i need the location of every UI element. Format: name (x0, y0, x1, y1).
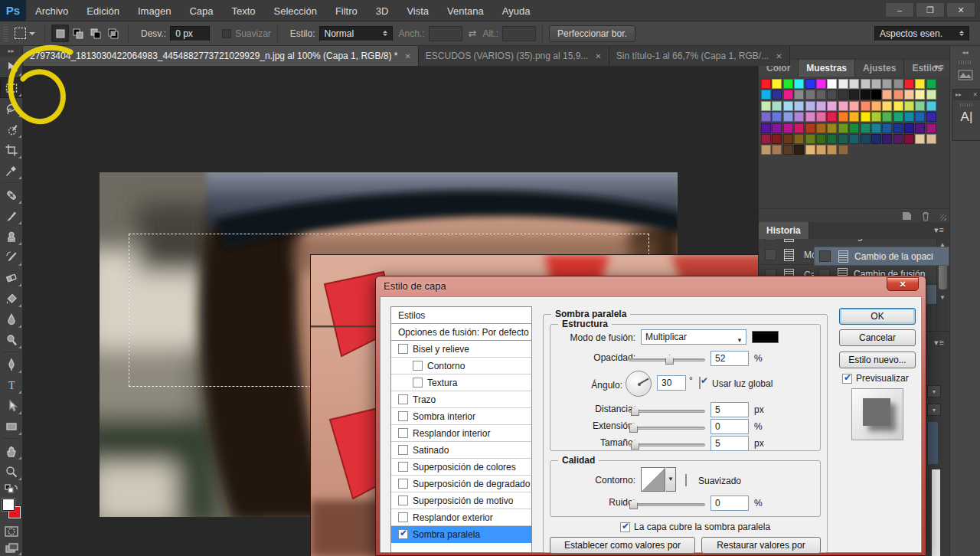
color-swatch[interactable] (882, 134, 892, 144)
close-tab-icon[interactable]: ✕ (595, 52, 601, 61)
style-row-sombra-interior[interactable]: Sombra interior (391, 408, 531, 425)
checkbox[interactable] (413, 378, 423, 388)
character-panel-icon[interactable]: A| (953, 110, 980, 125)
knockout-checkbox[interactable] (620, 522, 630, 532)
quick-selection-tool[interactable] (0, 119, 23, 139)
color-swatch[interactable] (827, 145, 837, 155)
color-swatch[interactable] (805, 112, 815, 122)
close-tab-icon[interactable]: ✕ (404, 52, 410, 61)
color-swatch[interactable] (861, 134, 871, 144)
color-swatch[interactable] (783, 79, 793, 89)
color-swatch[interactable] (816, 123, 826, 133)
color-swatch[interactable] (772, 90, 782, 100)
shape-tool[interactable] (0, 416, 23, 437)
panel-menu-icon[interactable]: ▾≡ (934, 62, 945, 72)
color-swatch[interactable] (904, 101, 914, 111)
color-swatch[interactable] (761, 90, 771, 100)
clone-stamp-tool[interactable] (0, 226, 23, 247)
reset-default-button[interactable]: Restaurar valores por defecto (701, 537, 821, 554)
color-swatch[interactable] (926, 79, 936, 89)
antialias-checkbox[interactable] (685, 474, 687, 486)
color-swatch[interactable] (861, 123, 871, 133)
tab-historia[interactable]: Historia (759, 222, 809, 239)
color-swatch[interactable] (871, 101, 881, 111)
color-swatch[interactable] (915, 101, 925, 111)
color-swatch[interactable] (805, 90, 815, 100)
selection-mode-subtract-button[interactable] (87, 25, 104, 42)
color-swatch[interactable] (805, 145, 815, 155)
dialog-title-bar[interactable]: Estilo de capa ✕ (380, 276, 922, 296)
minimize-icon[interactable]: – (885, 2, 914, 18)
color-swatch[interactable] (761, 134, 771, 144)
color-swatch[interactable] (893, 112, 903, 122)
tab-ajustes[interactable]: Ajustes (855, 60, 904, 77)
global-light-checkbox[interactable] (699, 377, 701, 389)
menu-edicion[interactable]: Edición (87, 5, 119, 17)
slider-thumb[interactable] (665, 355, 674, 365)
size-slider[interactable] (629, 443, 705, 446)
color-swatch[interactable] (794, 145, 804, 155)
history-snapshot-well[interactable] (819, 250, 831, 262)
dodge-tool[interactable] (0, 329, 23, 350)
menu-archivo[interactable]: Archivo (35, 5, 68, 17)
color-swatch[interactable] (849, 90, 859, 100)
tab-muestras[interactable]: Muestras (799, 60, 855, 77)
menu-imagen[interactable]: Imagen (138, 5, 171, 17)
active-tool-preset[interactable] (15, 28, 35, 39)
color-swatch[interactable] (915, 134, 925, 144)
color-swatch[interactable] (827, 101, 837, 111)
color-swatch[interactable] (794, 134, 804, 144)
blend-mode-select[interactable]: Multiplicar ▼ (641, 329, 746, 345)
color-swatch[interactable] (861, 90, 871, 100)
color-swatch[interactable] (772, 123, 782, 133)
spot-healing-brush-tool[interactable] (0, 185, 23, 205)
style-row-sup-degradado[interactable]: Superposición de degradado (391, 476, 531, 492)
path-selection-tool[interactable] (0, 395, 23, 416)
zoom-tool[interactable] (0, 461, 23, 482)
blur-tool[interactable] (0, 309, 23, 329)
color-swatch[interactable] (783, 123, 793, 133)
eyedropper-tool[interactable] (0, 160, 23, 181)
color-swatch[interactable] (904, 112, 914, 122)
default-colors-icon[interactable] (0, 482, 23, 495)
height-input[interactable] (502, 26, 536, 41)
color-swatch[interactable] (783, 101, 793, 111)
color-swatch[interactable] (849, 112, 859, 122)
swatch-grid[interactable] (761, 79, 947, 155)
brush-tool[interactable] (0, 205, 23, 226)
panel-menu-icon[interactable]: ▾≡ (934, 225, 945, 235)
selection-mode-intersect-button[interactable] (104, 25, 122, 42)
color-swatch[interactable] (816, 79, 826, 89)
color-swatch[interactable] (816, 90, 826, 100)
checkbox[interactable] (398, 495, 408, 505)
color-swatch[interactable] (871, 79, 881, 89)
color-swatch[interactable] (772, 101, 782, 111)
refine-edge-button[interactable]: Perfeccionar bor. (549, 25, 635, 42)
color-swatch[interactable] (838, 79, 848, 89)
spread-input[interactable]: 0 (710, 419, 749, 434)
color-swatch[interactable] (816, 134, 826, 144)
layers-opacity-dropdown[interactable]: ▼ (927, 404, 941, 416)
color-swatch[interactable] (772, 79, 782, 89)
close-flyout-icon[interactable]: ✕ (972, 90, 978, 100)
type-tool[interactable]: T (0, 374, 23, 395)
color-swatch[interactable] (915, 123, 925, 133)
color-swatch[interactable] (915, 79, 925, 89)
color-swatch[interactable] (838, 145, 848, 155)
color-swatch[interactable] (805, 123, 815, 133)
style-row-satinado[interactable]: Satinado (391, 442, 531, 459)
checkbox-checked[interactable] (398, 529, 408, 539)
document-tab-3[interactable]: Sin título-1 al 66,7% (Capa 1, RGB/...✕ (609, 46, 790, 66)
lasso-tool[interactable] (0, 98, 23, 119)
color-swatch[interactable] (794, 79, 804, 89)
new-style-button[interactable]: Estilo nuevo... (839, 352, 916, 368)
menu-ayuda[interactable]: Ayuda (502, 5, 531, 17)
color-swatch[interactable] (761, 101, 771, 111)
menu-seleccion[interactable]: Selección (274, 5, 317, 17)
color-swatch[interactable] (761, 145, 771, 155)
layer-row-selected-sliver[interactable] (928, 422, 938, 464)
color-swatch[interactable] (783, 134, 793, 144)
color-swatch[interactable] (838, 101, 848, 111)
color-swatch[interactable] (794, 90, 804, 100)
color-swatch[interactable] (882, 90, 892, 100)
